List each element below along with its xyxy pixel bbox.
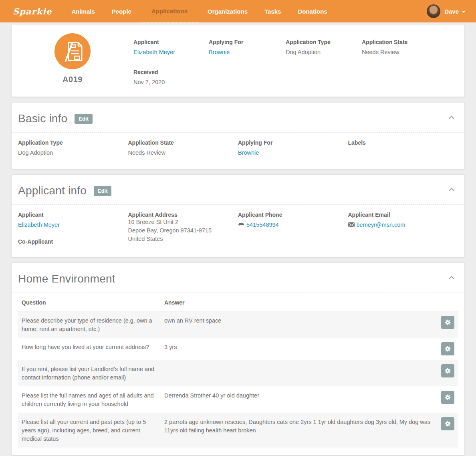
field-application-state: Application State Needs Review bbox=[362, 39, 464, 56]
gear-icon bbox=[444, 420, 451, 427]
home-environment-header: Home Environment bbox=[12, 263, 464, 293]
application-code: A019 bbox=[63, 75, 83, 84]
address-line: United States bbox=[128, 235, 238, 243]
field-label: Applying For bbox=[209, 39, 286, 45]
field-label: Applicant bbox=[18, 212, 128, 218]
row-settings-button[interactable] bbox=[441, 316, 454, 329]
field-applying-for: Applying For Brownie bbox=[238, 139, 348, 157]
animal-link[interactable]: Brownie bbox=[209, 49, 230, 55]
applicant-info-fields: Applicant Elizabeth Meyer Co-Applicant A… bbox=[12, 205, 464, 257]
question-cell: How long have you lived at your current … bbox=[22, 342, 164, 351]
table-header: Question Answer bbox=[18, 293, 458, 311]
application-summary-fields: Applicant Elizabeth Meyer Applying For B… bbox=[133, 33, 464, 86]
address-line: 10 Breeze St Unit 2 bbox=[128, 218, 238, 226]
field-label: Labels bbox=[348, 139, 458, 146]
field-received: Received Nov 7, 2020 bbox=[133, 69, 209, 86]
field-applicant: Applicant Elizabeth Meyer bbox=[133, 39, 209, 56]
basic-info-edit-button[interactable]: Edit bbox=[75, 114, 93, 124]
field-label: Applicant bbox=[133, 39, 209, 45]
answer-column-header: Answer bbox=[164, 299, 454, 306]
table-row: How long have you lived at your current … bbox=[18, 338, 458, 360]
section-title: Home Environment bbox=[18, 272, 115, 285]
table-body: Please describe your type of residence (… bbox=[18, 311, 458, 448]
answer-cell: own an RV rent space bbox=[164, 316, 441, 325]
applicant-info-edit-button[interactable]: Edit bbox=[94, 186, 112, 196]
gear-icon bbox=[444, 345, 451, 352]
answer-cell: 3 yrs bbox=[164, 342, 441, 351]
applicant-link[interactable]: Elizabeth Meyer bbox=[133, 49, 175, 55]
field-label: Applicant Phone bbox=[238, 212, 348, 218]
answer-cell bbox=[164, 364, 441, 365]
table-row: Please list all your current and past pe… bbox=[18, 413, 458, 448]
row-settings-button[interactable] bbox=[441, 364, 454, 377]
applicant-info-header: Applicant info Edit bbox=[12, 175, 464, 205]
address-line: Depoe Bay, Oregon 97341-9715 bbox=[128, 226, 238, 235]
field-applicant-address: Applicant Address 10 Breeze St Unit 2 De… bbox=[128, 212, 238, 245]
row-settings-button[interactable] bbox=[441, 391, 454, 404]
field-label: Application State bbox=[362, 39, 464, 45]
table-row: Please describe your type of residence (… bbox=[18, 311, 458, 338]
basic-info-fields: Application Type Dog Adoption Applicatio… bbox=[12, 133, 464, 169]
field-application-state: Application State Needs Review bbox=[128, 139, 238, 157]
user-name: Dave bbox=[444, 8, 459, 15]
nav-item-people[interactable]: People bbox=[103, 0, 140, 22]
row-settings-button[interactable] bbox=[441, 417, 454, 430]
field-applicant-phone: Applicant Phone 5415548994 bbox=[238, 212, 348, 245]
field-applying-for: Applying For Brownie bbox=[209, 39, 286, 56]
nav-item-tasks[interactable]: Tasks bbox=[256, 0, 289, 22]
field-labels: Labels bbox=[348, 139, 458, 157]
application-icon bbox=[54, 33, 91, 69]
email-icon bbox=[348, 222, 355, 227]
home-environment-table: Question Answer Please describe your typ… bbox=[12, 293, 464, 455]
field-value: Nov 7, 2020 bbox=[133, 78, 209, 86]
field-label: Application State bbox=[128, 139, 238, 146]
email-link[interactable]: bemeyr@msn.com bbox=[357, 222, 405, 228]
applicant-info-card: Applicant info Edit Applicant Elizabeth … bbox=[11, 174, 465, 257]
field-value: Needs Review bbox=[128, 149, 238, 157]
question-cell: Please list the full names and ages of a… bbox=[22, 391, 164, 408]
user-menu[interactable]: Dave bbox=[427, 0, 476, 22]
row-settings-button[interactable] bbox=[441, 342, 454, 355]
field-applicant: Applicant Elizabeth Meyer Co-Applicant bbox=[18, 212, 128, 245]
field-label: Application Type bbox=[286, 39, 362, 45]
phone-icon bbox=[238, 222, 244, 227]
animal-link[interactable]: Brownie bbox=[238, 149, 259, 156]
main-content: A019 Applicant Elizabeth Meyer Applying … bbox=[0, 22, 476, 455]
top-nav: Sparkie Animals People Applications Orga… bbox=[0, 0, 476, 22]
chevron-up-icon[interactable] bbox=[448, 188, 455, 192]
gear-icon bbox=[444, 319, 451, 326]
field-label: Applicant Address bbox=[128, 212, 238, 218]
field-applicant-email: Applicant Email bemeyr@msn.com bbox=[348, 212, 458, 245]
nav-item-donations[interactable]: Donations bbox=[289, 0, 335, 22]
chevron-up-icon[interactable] bbox=[448, 115, 455, 119]
gear-icon bbox=[444, 367, 451, 374]
field-label: Applying For bbox=[238, 139, 348, 146]
basic-info-header: Basic info Edit bbox=[12, 103, 464, 133]
question-cell: Please list all your current and past pe… bbox=[22, 417, 164, 443]
field-value: Dog Adoption bbox=[286, 48, 362, 56]
field-application-type: Application Type Dog Adoption bbox=[18, 139, 128, 157]
field-value: Needs Review bbox=[362, 48, 464, 56]
field-value: Dog Adoption bbox=[18, 149, 128, 157]
table-row: If you rent, please list your Landlord’s… bbox=[18, 360, 458, 386]
avatar[interactable] bbox=[427, 4, 440, 18]
answer-cell: Derrenda Strother 40 yr old daughter bbox=[164, 391, 441, 400]
question-cell: If you rent, please list your Landlord’s… bbox=[22, 364, 164, 382]
phone-link[interactable]: 5415548994 bbox=[246, 222, 279, 228]
field-label: Received bbox=[133, 69, 209, 75]
chevron-up-icon[interactable] bbox=[448, 276, 455, 280]
application-header-card: A019 Applicant Elizabeth Meyer Applying … bbox=[11, 25, 465, 97]
answer-cell: 2 parrots age unknown rescues, Daughters… bbox=[164, 417, 441, 435]
basic-info-card: Basic info Edit Application Type Dog Ado… bbox=[11, 102, 465, 169]
nav-item-animals[interactable]: Animals bbox=[63, 0, 103, 22]
brand-logo[interactable]: Sparkie bbox=[0, 0, 63, 22]
nav-item-organizations[interactable]: Organizations bbox=[199, 0, 256, 22]
question-column-header: Question bbox=[22, 299, 164, 306]
nav-item-applications[interactable]: Applications bbox=[140, 0, 199, 22]
gear-icon bbox=[444, 394, 451, 401]
applicant-link[interactable]: Elizabeth Meyer bbox=[18, 222, 60, 228]
home-environment-card: Home Environment Question Answer Please … bbox=[11, 262, 465, 455]
co-applicant-label: Co-Applicant bbox=[18, 238, 128, 245]
table-row: Please list the full names and ages of a… bbox=[18, 386, 458, 413]
section-title: Applicant info bbox=[18, 184, 87, 197]
